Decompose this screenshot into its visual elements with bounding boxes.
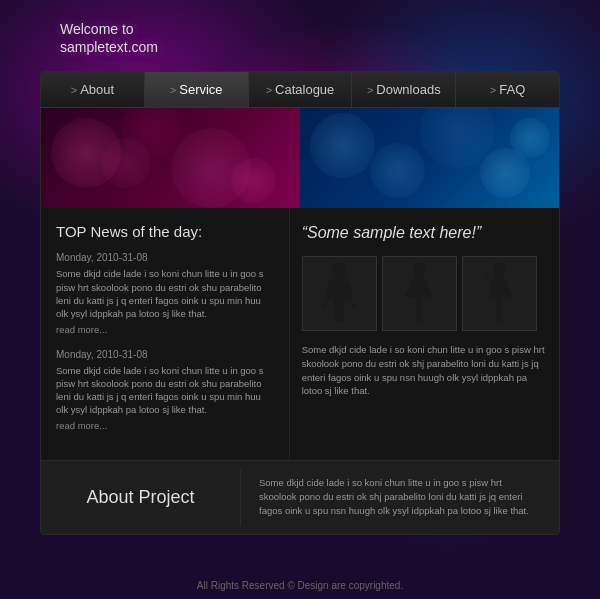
- main-box: > About > Service > Catalogue > Download…: [40, 71, 560, 534]
- about-title: About Project: [86, 487, 194, 508]
- photo-gallery: [302, 256, 547, 331]
- news-section-title: TOP News of the day:: [56, 223, 274, 240]
- nav-label-catalogue: Catalogue: [275, 82, 334, 97]
- silhouette-3: [463, 257, 536, 330]
- chevron-icon: >: [367, 84, 373, 96]
- welcome-line1: Welcome to: [60, 20, 158, 38]
- about-text-box: Some dkjd cide lade i so koni chun litte…: [241, 461, 559, 534]
- footer-text: All Rights Reserved © Design are copyrig…: [197, 580, 403, 591]
- welcome-line2: sampletext.com: [60, 38, 158, 56]
- nav-item-downloads[interactable]: > Downloads: [352, 72, 456, 107]
- news-text-1: Some dkjd cide lade i so koni chun litte…: [56, 267, 274, 320]
- chevron-icon: >: [266, 84, 272, 96]
- nav-item-about[interactable]: > About: [41, 72, 145, 107]
- photo-thumb-1[interactable]: [302, 256, 377, 331]
- right-column-body-text: Some dkjd cide lade i so koni chun litte…: [302, 343, 547, 398]
- read-more-link-1[interactable]: read more...: [56, 324, 274, 335]
- nav-item-service[interactable]: > Service: [145, 72, 249, 107]
- svg-point-2: [493, 263, 506, 276]
- news-date-1: Monday, 2010-31-08: [56, 252, 274, 263]
- left-column: TOP News of the day: Monday, 2010-31-08 …: [41, 208, 290, 459]
- hero-banner: [41, 108, 559, 208]
- about-section: About Project Some dkjd cide lade i so k…: [41, 460, 559, 534]
- news-item-1: Monday, 2010-31-08 Some dkjd cide lade i…: [56, 252, 274, 334]
- silhouette-1: [303, 257, 376, 330]
- about-title-box: About Project: [41, 469, 241, 526]
- bubble-decoration: [310, 113, 375, 178]
- chevron-icon: >: [490, 84, 496, 96]
- content-area: TOP News of the day: Monday, 2010-31-08 …: [41, 208, 559, 459]
- bubble-decoration: [370, 143, 425, 198]
- navigation: > About > Service > Catalogue > Download…: [41, 72, 559, 108]
- news-text-2: Some dkjd cide lade i so koni chun litte…: [56, 364, 274, 417]
- nav-label-faq: FAQ: [499, 82, 525, 97]
- site-header: Welcome to sampletext.com: [0, 0, 600, 71]
- nav-label-service: Service: [179, 82, 222, 97]
- nav-label-downloads: Downloads: [376, 82, 440, 97]
- read-more-link-2[interactable]: read more...: [56, 420, 274, 431]
- svg-point-0: [332, 263, 347, 278]
- hero-right: [300, 108, 559, 208]
- chevron-icon: >: [170, 84, 176, 96]
- nav-item-catalogue[interactable]: > Catalogue: [249, 72, 353, 107]
- silhouette-2: [383, 257, 456, 330]
- news-date-2: Monday, 2010-31-08: [56, 349, 274, 360]
- photo-thumb-3[interactable]: [462, 256, 537, 331]
- hero-left: [41, 108, 300, 208]
- nav-label-about: About: [80, 82, 114, 97]
- nav-item-faq[interactable]: > FAQ: [456, 72, 559, 107]
- site-footer: All Rights Reserved © Design are copyrig…: [0, 535, 600, 600]
- site-title: Welcome to sampletext.com: [60, 20, 158, 56]
- quote-title: “Some sample text here!”: [302, 223, 547, 244]
- bubble-decoration: [510, 118, 550, 158]
- bubble-decoration: [231, 158, 276, 203]
- right-column: “Some sample text here!”: [290, 208, 559, 459]
- chevron-icon: >: [71, 84, 77, 96]
- svg-point-1: [413, 263, 426, 276]
- photo-thumb-2[interactable]: [382, 256, 457, 331]
- about-body-text: Some dkjd cide lade i so koni chun litte…: [259, 476, 541, 519]
- news-item-2: Monday, 2010-31-08 Some dkjd cide lade i…: [56, 349, 274, 431]
